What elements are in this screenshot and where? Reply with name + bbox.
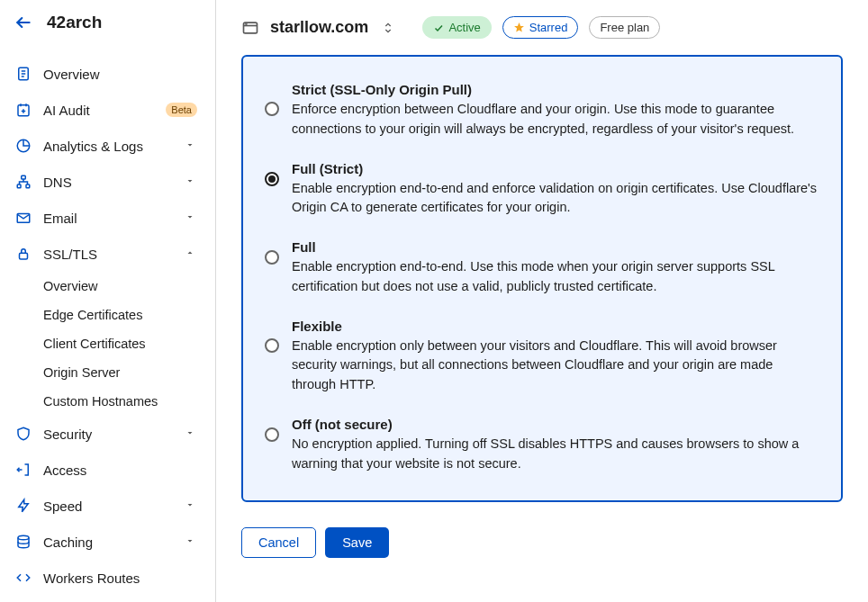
svg-rect-12 [17,184,21,188]
chevron-down-icon [185,427,197,440]
beta-badge: Beta [166,103,197,117]
ssl-option-strict[interactable]: Strict (SSL-Only Origin Pull) Enforce en… [265,82,819,139]
back-arrow-icon[interactable] [14,13,32,31]
sidebar-item-label: Access [43,463,197,478]
sidebar: 42arch Overview AI Audit Beta Analytics … [0,0,216,602]
database-icon [14,533,32,551]
ssl-sub-custom-hostnames[interactable]: Custom Hostnames [0,387,213,416]
ssl-sub-client-certs[interactable]: Client Certificates [0,329,213,358]
radio-input[interactable] [265,427,279,442]
site-name[interactable]: starllow.com [270,18,368,37]
chevron-down-icon [185,175,197,188]
option-desc: No encryption applied. Turning off SSL d… [292,435,819,474]
check-icon [433,22,444,33]
ssl-sub-origin-server[interactable]: Origin Server [0,358,213,387]
ssl-option-full-strict[interactable]: Full (Strict) Enable encryption end-to-e… [265,161,819,219]
ssl-option-off[interactable]: Off (not secure) No encryption applied. … [265,417,819,474]
sidebar-item-label: Speed [43,499,185,514]
chevron-down-icon [185,139,197,152]
chevron-up-icon [185,247,197,260]
main: starllow.com Active Starred Free plan St… [216,0,868,602]
sidebar-scroll[interactable]: Overview AI Audit Beta Analytics & Logs … [0,56,215,602]
ssl-option-flexible[interactable]: Flexible Enable encryption only between … [265,319,819,395]
sidebar-item-access[interactable]: Access [0,452,213,488]
sidebar-item-dns[interactable]: DNS [0,164,213,200]
button-row: Cancel Save [241,527,843,558]
star-icon [513,22,525,33]
sidebar-item-label: Security [43,427,185,442]
sidebar-item-label: SSL/TLS [43,247,185,262]
chevron-down-icon [185,499,197,512]
sidebar-header: 42arch [0,0,215,56]
svg-point-20 [246,23,247,24]
svg-point-17 [18,535,29,540]
sidebar-item-label: Overview [43,67,197,82]
network-icon [14,173,32,191]
org-name[interactable]: 42arch [47,13,102,32]
sidebar-item-speed[interactable]: Speed [0,488,213,524]
ssl-sub-overview[interactable]: Overview [0,272,213,301]
option-title: Full [292,239,819,255]
sidebar-item-caching[interactable]: Caching [0,524,213,560]
save-button[interactable]: Save [325,527,389,558]
ssl-option-full[interactable]: Full Enable encryption end-to-end. Use t… [265,239,819,297]
option-title: Off (not secure) [292,417,819,432]
plan-badge[interactable]: Free plan [589,16,660,39]
svg-rect-15 [20,253,28,259]
ssl-sub-edge-certs[interactable]: Edge Certificates [0,301,213,329]
browser-icon [241,19,259,37]
code-icon [14,569,32,587]
radio-input[interactable] [265,102,279,116]
sidebar-item-label: Analytics & Logs [43,139,185,154]
selector-icon[interactable] [381,21,395,35]
shield-icon [14,425,32,443]
sidebar-item-workers-routes[interactable]: Workers Routes [0,560,213,596]
bolt-icon [14,497,32,515]
chevron-down-icon [185,535,197,548]
radio-input[interactable] [265,250,279,265]
sidebar-item-label: AI Audit [43,103,158,118]
option-desc: Enable encryption end-to-end and enforce… [292,179,819,219]
starred-label: Starred [529,21,568,34]
option-desc: Enforce encryption between Cloudflare an… [292,100,819,139]
svg-rect-11 [22,175,26,179]
lock-icon [14,245,32,263]
status-badge-active: Active [422,16,491,39]
sidebar-item-label: Email [43,211,185,226]
cancel-button[interactable]: Cancel [241,527,316,558]
option-desc: Enable encryption end-to-end. Use this m… [292,257,819,297]
document-icon [14,65,32,83]
svg-rect-13 [26,184,30,188]
svg-marker-16 [19,499,29,512]
top-bar: starllow.com Active Starred Free plan [216,0,868,55]
logout-icon [14,461,32,479]
radio-input[interactable] [265,172,279,186]
sidebar-item-analytics[interactable]: Analytics & Logs [0,128,213,164]
content-area: Strict (SSL-Only Origin Pull) Enforce en… [216,55,868,602]
calendar-plus-icon [14,101,32,119]
option-title: Strict (SSL-Only Origin Pull) [292,82,819,97]
ssl-mode-card: Strict (SSL-Only Origin Pull) Enforce en… [241,55,843,502]
sidebar-item-label: DNS [43,175,185,190]
sidebar-item-label: Caching [43,535,185,550]
svg-marker-21 [514,22,524,31]
sidebar-item-security[interactable]: Security [0,416,213,452]
radio-input[interactable] [265,338,279,353]
sidebar-item-email[interactable]: Email [0,200,213,236]
chevron-down-icon [185,211,197,224]
option-title: Full (Strict) [292,161,819,176]
sidebar-item-overview[interactable]: Overview [0,56,213,92]
sidebar-item-label: Workers Routes [43,571,197,586]
status-label: Active [448,21,480,34]
sidebar-item-ai-audit[interactable]: AI Audit Beta [0,92,213,128]
pie-chart-icon [14,137,32,155]
starred-badge[interactable]: Starred [502,16,579,39]
mail-icon [14,209,32,227]
option-title: Flexible [292,319,819,334]
sidebar-item-ssl-tls[interactable]: SSL/TLS [0,236,213,272]
plan-label: Free plan [600,21,649,34]
option-desc: Enable encryption only between your visi… [292,337,819,395]
